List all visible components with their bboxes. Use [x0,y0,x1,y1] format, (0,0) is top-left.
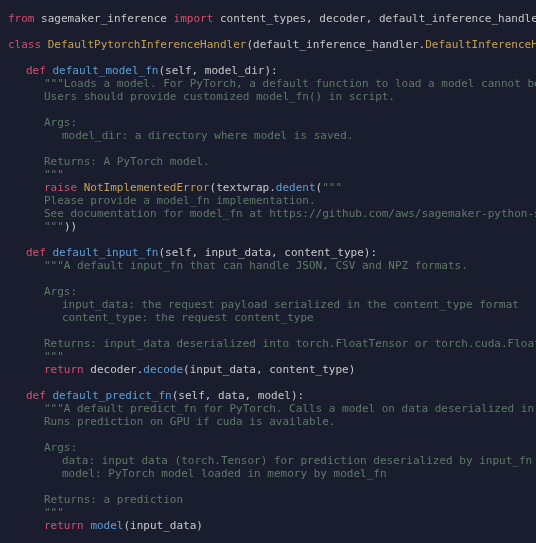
token-str: Args: [44,285,77,298]
code-editor[interactable]: from sagemaker_inference import content_… [0,0,536,543]
code-line[interactable]: Args: [8,441,528,454]
code-line[interactable]: def default_model_fn(self, model_dir): [8,64,528,77]
token-pun: )) [64,220,77,233]
code-line[interactable]: Please provide a model_fn implementation… [8,194,528,207]
code-line[interactable]: return decoder.decode(input_data, conten… [8,363,528,376]
code-line[interactable]: """ [8,168,528,181]
token-func: decode [143,363,183,376]
code-line[interactable] [8,376,528,389]
token-kw: import [174,12,214,25]
code-line[interactable] [8,142,528,155]
token-kw: def [26,64,46,77]
code-line[interactable]: model: PyTorch model loaded in memory by… [8,467,528,480]
token-cls: DefaultPytorchInferenceHandler [48,38,247,51]
code-line[interactable]: Users should provide customized model_fn… [8,90,528,103]
token-str: """ [44,168,64,181]
token-str: Args: [44,441,77,454]
code-line[interactable]: """ [8,506,528,519]
token-pun: (default_inference_handler. [246,38,425,51]
token-pun: (input_data) [124,519,203,532]
token-str: Returns: a prediction [44,493,183,506]
token-str: Runs prediction on GPU if cuda is availa… [44,415,335,428]
code-line[interactable] [8,428,528,441]
token-cls: DefaultInferenceHandler [425,38,536,51]
code-line[interactable]: content_type: the request content_type [8,311,528,324]
code-line[interactable] [8,51,528,64]
token-str: """ [322,181,342,194]
token-str: """A default input_fn that can handle JS… [44,259,468,272]
code-line[interactable]: def default_input_fn(self, input_data, c… [8,246,528,259]
code-line[interactable]: model_dir: a directory where model is sa… [8,129,528,142]
code-line[interactable]: def default_predict_fn(self, data, model… [8,389,528,402]
token-str: model: PyTorch model loaded in memory by… [62,467,387,480]
token-str: content_type: the request content_type [62,311,314,324]
token-pun: (self, input_data, content_type): [158,246,377,259]
code-line[interactable]: Returns: A PyTorch model. [8,155,528,168]
token-kw: from [8,12,35,25]
token-sym [46,389,53,402]
token-kw: def [26,389,46,402]
code-line[interactable]: Args: [8,285,528,298]
token-kw: return [44,519,84,532]
token-cls: NotImplementedError [84,181,210,194]
code-line[interactable]: input_data: the request payload serializ… [8,298,528,311]
token-str: model_dir: a directory where model is sa… [62,129,353,142]
token-str: Users should provide customized model_fn… [44,90,395,103]
code-line[interactable]: from sagemaker_inference import content_… [8,12,528,25]
code-line[interactable]: See documentation for model_fn at https:… [8,207,528,220]
token-str: """Loads a model. For PyTorch, a default… [44,77,536,90]
token-str: Args: [44,116,77,129]
token-kw: class [8,38,41,51]
token-sym: content_types, decoder, default_inferenc… [213,12,536,25]
code-line[interactable] [8,324,528,337]
token-str: See documentation for model_fn at https:… [44,207,536,220]
token-func: model [90,519,123,532]
code-line[interactable]: Args: [8,116,528,129]
token-str: Returns: A PyTorch model. [44,155,210,168]
token-str: Returns: input_data deserialized into to… [44,337,536,350]
token-kw: raise [44,181,77,194]
code-line[interactable] [8,233,528,246]
code-line[interactable] [8,25,528,38]
token-str: """ [44,506,64,519]
token-func: default_input_fn [53,246,159,259]
token-sym [77,181,84,194]
code-line[interactable]: raise NotImplementedError(textwrap.deden… [8,181,528,194]
token-func: dedent [276,181,316,194]
token-pun: (input_data, content_type) [183,363,355,376]
code-line[interactable]: data: input data (torch.Tensor) for pred… [8,454,528,467]
code-line[interactable] [8,480,528,493]
token-str: """ [44,350,64,363]
code-line[interactable]: Returns: a prediction [8,493,528,506]
token-pun: (self, data, model): [172,389,304,402]
token-str: Please provide a model_fn implementation… [44,194,316,207]
token-sym: sagemaker_inference [35,12,174,25]
code-line[interactable] [8,103,528,116]
code-line[interactable]: """A default input_fn that can handle JS… [8,259,528,272]
code-line[interactable] [8,272,528,285]
token-str: """A default predict_fn for PyTorch. Cal… [44,402,536,415]
token-str: data: input data (torch.Tensor) for pred… [62,454,532,467]
token-str: input_data: the request payload serializ… [62,298,519,311]
token-sym [46,64,53,77]
code-line[interactable]: class DefaultPytorchInferenceHandler(def… [8,38,528,51]
code-line[interactable]: """A default predict_fn for PyTorch. Cal… [8,402,528,415]
code-line[interactable]: Runs prediction on GPU if cuda is availa… [8,415,528,428]
code-line[interactable]: """)) [8,220,528,233]
token-kw: def [26,246,46,259]
code-line[interactable]: return model(input_data) [8,519,528,532]
token-kw: return [44,363,84,376]
token-pun: (self, model_dir): [158,64,277,77]
token-sym [41,38,48,51]
token-str: """ [44,220,64,233]
code-line[interactable]: Returns: input_data deserialized into to… [8,337,528,350]
token-sym [46,246,53,259]
token-sym: decoder. [84,363,144,376]
code-line[interactable]: """Loads a model. For PyTorch, a default… [8,77,528,90]
code-line[interactable]: """ [8,350,528,363]
token-pun: (textwrap. [210,181,276,194]
token-func: default_model_fn [53,64,159,77]
token-func: default_predict_fn [53,389,172,402]
